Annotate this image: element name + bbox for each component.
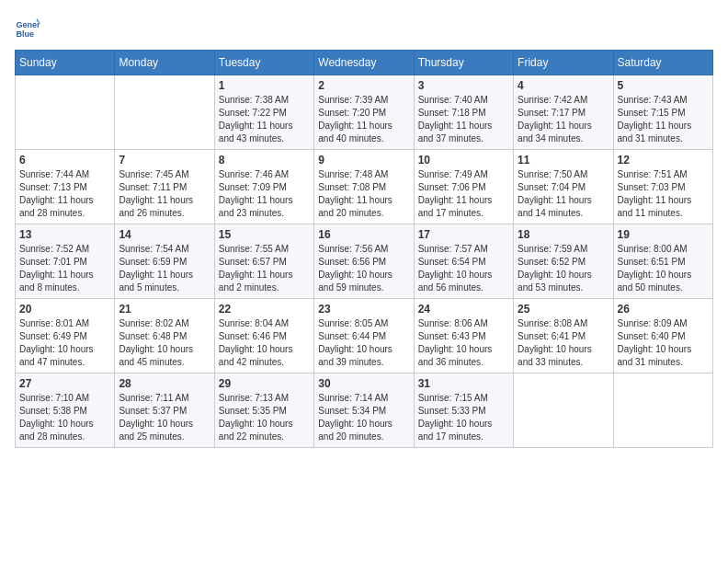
calendar-day-cell: 13Sunrise: 7:52 AMSunset: 7:01 PMDayligh…: [16, 224, 115, 299]
calendar-day-cell: 15Sunrise: 7:55 AMSunset: 6:57 PMDayligh…: [214, 224, 313, 299]
day-info: Sunrise: 8:06 AMSunset: 6:43 PMDaylight:…: [418, 317, 509, 369]
day-number: 17: [418, 228, 509, 241]
day-info: Sunrise: 8:08 AMSunset: 6:41 PMDaylight:…: [518, 317, 609, 369]
day-info: Sunrise: 7:49 AMSunset: 7:06 PMDaylight:…: [418, 168, 509, 220]
day-number: 30: [318, 377, 409, 390]
day-number: 28: [119, 377, 210, 390]
day-number: 18: [518, 228, 609, 241]
day-info: Sunrise: 7:43 AMSunset: 7:15 PMDaylight:…: [618, 94, 709, 145]
day-info: Sunrise: 7:42 AMSunset: 7:17 PMDaylight:…: [518, 94, 609, 145]
calendar-day-cell: 26Sunrise: 8:09 AMSunset: 6:40 PMDayligh…: [613, 299, 712, 373]
day-info: Sunrise: 8:05 AMSunset: 6:44 PMDaylight:…: [318, 317, 409, 369]
day-info: Sunrise: 7:15 AMSunset: 5:33 PMDaylight:…: [418, 392, 509, 443]
day-info: Sunrise: 8:01 AMSunset: 6:49 PMDaylight:…: [19, 317, 110, 369]
calendar-day-cell: 20Sunrise: 8:01 AMSunset: 6:49 PMDayligh…: [16, 299, 115, 373]
day-number: 6: [19, 154, 110, 167]
day-info: Sunrise: 7:11 AMSunset: 5:37 PMDaylight:…: [119, 392, 210, 443]
calendar-day-cell: 28Sunrise: 7:11 AMSunset: 5:37 PMDayligh…: [115, 373, 214, 448]
day-number: 16: [318, 228, 409, 241]
calendar-week-row: 27Sunrise: 7:10 AMSunset: 5:38 PMDayligh…: [16, 373, 713, 448]
day-number: 13: [19, 228, 110, 241]
day-number: 5: [618, 79, 709, 92]
day-info: Sunrise: 7:57 AMSunset: 6:54 PMDaylight:…: [418, 243, 509, 294]
calendar-day-cell: 29Sunrise: 7:13 AMSunset: 5:35 PMDayligh…: [214, 373, 313, 448]
calendar-day-cell: 7Sunrise: 7:45 AMSunset: 7:11 PMDaylight…: [115, 150, 214, 224]
day-number: 21: [119, 303, 210, 316]
calendar-day-cell: 2Sunrise: 7:39 AMSunset: 7:20 PMDaylight…: [314, 75, 414, 150]
calendar-day-cell: [115, 75, 214, 150]
day-number: 10: [418, 154, 509, 167]
day-info: Sunrise: 7:44 AMSunset: 7:13 PMDaylight:…: [19, 168, 110, 220]
calendar-table: SundayMondayTuesdayWednesdayThursdayFrid…: [15, 50, 713, 448]
day-number: 26: [618, 303, 709, 316]
day-info: Sunrise: 8:04 AMSunset: 6:46 PMDaylight:…: [219, 317, 310, 369]
day-number: 2: [318, 79, 409, 92]
calendar-day-cell: 11Sunrise: 7:50 AMSunset: 7:04 PMDayligh…: [514, 150, 613, 224]
day-number: 1: [219, 79, 310, 92]
day-info: Sunrise: 7:39 AMSunset: 7:20 PMDaylight:…: [318, 94, 409, 145]
day-number: 8: [219, 154, 310, 167]
day-of-week-header: Monday: [115, 51, 214, 75]
calendar-week-row: 6Sunrise: 7:44 AMSunset: 7:13 PMDaylight…: [16, 150, 713, 224]
day-info: Sunrise: 7:51 AMSunset: 7:03 PMDaylight:…: [618, 168, 709, 220]
calendar-day-cell: 18Sunrise: 7:59 AMSunset: 6:52 PMDayligh…: [514, 224, 613, 299]
calendar-day-cell: [613, 373, 712, 448]
day-info: Sunrise: 7:14 AMSunset: 5:34 PMDaylight:…: [318, 392, 409, 443]
calendar-day-cell: 6Sunrise: 7:44 AMSunset: 7:13 PMDaylight…: [16, 150, 115, 224]
day-info: Sunrise: 8:09 AMSunset: 6:40 PMDaylight:…: [618, 317, 709, 369]
day-of-week-header: Sunday: [16, 51, 115, 75]
day-info: Sunrise: 7:56 AMSunset: 6:56 PMDaylight:…: [318, 243, 409, 294]
day-info: Sunrise: 7:46 AMSunset: 7:09 PMDaylight:…: [219, 168, 310, 220]
day-number: 22: [219, 303, 310, 316]
day-info: Sunrise: 8:02 AMSunset: 6:48 PMDaylight:…: [119, 317, 210, 369]
calendar-day-cell: 4Sunrise: 7:42 AMSunset: 7:17 PMDaylight…: [514, 75, 613, 150]
day-number: 25: [518, 303, 609, 316]
day-number: 31: [418, 377, 509, 390]
calendar-header-row: SundayMondayTuesdayWednesdayThursdayFrid…: [16, 51, 713, 75]
calendar-week-row: 13Sunrise: 7:52 AMSunset: 7:01 PMDayligh…: [16, 224, 713, 299]
day-number: 7: [119, 154, 210, 167]
calendar-day-cell: 9Sunrise: 7:48 AMSunset: 7:08 PMDaylight…: [314, 150, 414, 224]
calendar-day-cell: 5Sunrise: 7:43 AMSunset: 7:15 PMDaylight…: [613, 75, 712, 150]
day-info: Sunrise: 7:40 AMSunset: 7:18 PMDaylight:…: [418, 94, 509, 145]
day-of-week-header: Tuesday: [214, 51, 313, 75]
day-number: 14: [119, 228, 210, 241]
day-info: Sunrise: 7:59 AMSunset: 6:52 PMDaylight:…: [518, 243, 609, 294]
day-number: 3: [418, 79, 509, 92]
day-number: 9: [318, 154, 409, 167]
calendar-day-cell: 31Sunrise: 7:15 AMSunset: 5:33 PMDayligh…: [414, 373, 513, 448]
day-info: Sunrise: 7:10 AMSunset: 5:38 PMDaylight:…: [19, 392, 110, 443]
day-info: Sunrise: 7:55 AMSunset: 6:57 PMDaylight:…: [219, 243, 310, 294]
calendar-day-cell: 1Sunrise: 7:38 AMSunset: 7:22 PMDaylight…: [214, 75, 313, 150]
day-number: 24: [418, 303, 509, 316]
day-info: Sunrise: 7:38 AMSunset: 7:22 PMDaylight:…: [219, 94, 310, 145]
day-number: 27: [19, 377, 110, 390]
day-number: 23: [318, 303, 409, 316]
calendar-day-cell: 23Sunrise: 8:05 AMSunset: 6:44 PMDayligh…: [314, 299, 414, 373]
calendar-week-row: 20Sunrise: 8:01 AMSunset: 6:49 PMDayligh…: [16, 299, 713, 373]
calendar-day-cell: 24Sunrise: 8:06 AMSunset: 6:43 PMDayligh…: [414, 299, 513, 373]
day-of-week-header: Thursday: [414, 51, 513, 75]
day-number: 29: [219, 377, 310, 390]
calendar-day-cell: [514, 373, 613, 448]
day-number: 19: [618, 228, 709, 241]
svg-text:General: General: [16, 20, 40, 29]
calendar-day-cell: 12Sunrise: 7:51 AMSunset: 7:03 PMDayligh…: [613, 150, 712, 224]
logo-icon: General Blue: [15, 15, 40, 40]
calendar-day-cell: 21Sunrise: 8:02 AMSunset: 6:48 PMDayligh…: [115, 299, 214, 373]
day-number: 12: [618, 154, 709, 167]
logo: General Blue: [15, 15, 40, 40]
calendar-day-cell: 22Sunrise: 8:04 AMSunset: 6:46 PMDayligh…: [214, 299, 313, 373]
calendar-day-cell: 14Sunrise: 7:54 AMSunset: 6:59 PMDayligh…: [115, 224, 214, 299]
day-number: 11: [518, 154, 609, 167]
day-info: Sunrise: 7:50 AMSunset: 7:04 PMDaylight:…: [518, 168, 609, 220]
calendar-day-cell: [16, 75, 115, 150]
day-number: 4: [518, 79, 609, 92]
calendar-day-cell: 27Sunrise: 7:10 AMSunset: 5:38 PMDayligh…: [16, 373, 115, 448]
day-info: Sunrise: 7:45 AMSunset: 7:11 PMDaylight:…: [119, 168, 210, 220]
day-info: Sunrise: 7:48 AMSunset: 7:08 PMDaylight:…: [318, 168, 409, 220]
svg-text:Blue: Blue: [16, 29, 34, 39]
day-of-week-header: Friday: [514, 51, 613, 75]
day-number: 15: [219, 228, 310, 241]
day-info: Sunrise: 7:13 AMSunset: 5:35 PMDaylight:…: [219, 392, 310, 443]
